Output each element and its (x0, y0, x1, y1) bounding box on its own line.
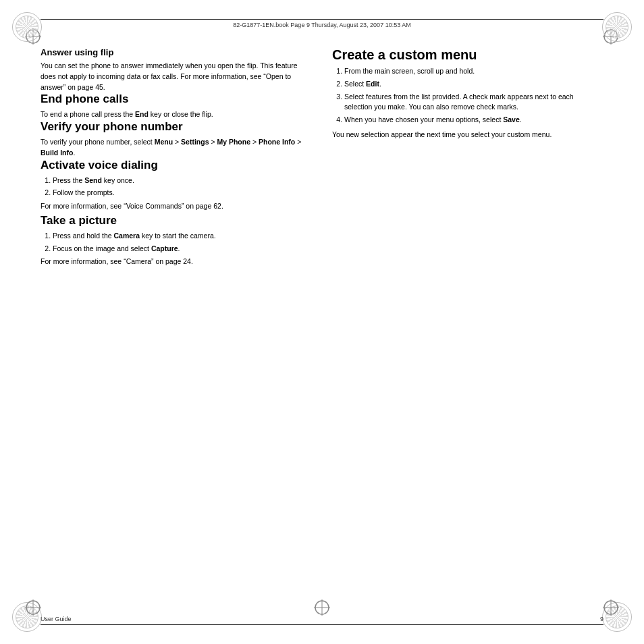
list-item: When you have chosen your menu options, … (344, 115, 603, 126)
footnote-take-picture: For more information, see “Camera” on pa… (41, 257, 312, 267)
footnote-custom-menu: You new selection appear the next time y… (332, 130, 603, 140)
heading-take-a-picture: Take a picture (41, 214, 312, 227)
deco-circle-top-right (602, 12, 632, 42)
section-take-a-picture: Take a picture Press and hold the Camera… (41, 214, 312, 267)
list-item: Follow the prompts. (53, 188, 312, 198)
heading-answer-using-flip: Answer using flip (41, 47, 312, 57)
footnote-voice-dialing: For more information, see “Voice Command… (41, 201, 312, 212)
list-item: Select Edit. (344, 79, 603, 90)
page: 82-G1877-1EN.book Page 9 Thursday, Augus… (0, 0, 644, 644)
list-item: Select features from the list provided. … (344, 92, 603, 113)
section-create-custom-menu: Create a custom menu From the main scree… (332, 47, 603, 140)
list-item: From the main screen, scroll up and hold… (344, 66, 603, 77)
section-verify-phone-number: Verify your phone number To verify your … (41, 120, 312, 159)
heading-verify-phone-number: Verify your phone number (41, 120, 312, 134)
section-activate-voice-dialing: Activate voice dialing Press the Send ke… (41, 159, 312, 212)
section-end-phone-calls: End phone calls To end a phone call pres… (41, 92, 312, 120)
reg-mark-bottom-left (24, 598, 43, 617)
footer-right: 9 (600, 616, 603, 622)
heading-create-custom-menu: Create a custom menu (332, 47, 603, 63)
deco-circle-top-left (12, 12, 42, 42)
heading-end-phone-calls: End phone calls (41, 92, 312, 106)
header-bar: 82-G1877-1EN.book Page 9 Thursday, Augus… (41, 19, 603, 28)
heading-activate-voice-dialing: Activate voice dialing (41, 159, 312, 172)
right-column: Create a custom menu From the main scree… (332, 47, 603, 603)
header-text: 82-G1877-1EN.book Page 9 Thursday, Augus… (233, 22, 410, 28)
body-answer-using-flip: You can set the phone to answer immediat… (41, 61, 312, 92)
list-item: Press the Send key once. (53, 176, 312, 186)
footer-left: User Guide (41, 616, 72, 622)
body-end-phone-calls: To end a phone call press the End key or… (41, 109, 312, 120)
footer-bar: User Guide 9 (41, 616, 603, 625)
body-verify-phone-number: To verify your phone number, select Menu… (41, 137, 312, 159)
list-item: Focus on the image and select Capture. (53, 244, 312, 254)
reg-mark-bottom-right (601, 598, 620, 617)
list-item: Press and hold the Camera key to start t… (53, 231, 312, 242)
content-area: Answer using flip You can set the phone … (41, 47, 603, 603)
left-column: Answer using flip You can set the phone … (41, 47, 312, 603)
body-take-a-picture: Press and hold the Camera key to start t… (41, 231, 312, 267)
section-answer-using-flip: Answer using flip You can set the phone … (41, 47, 312, 92)
body-create-custom-menu: From the main screen, scroll up and hold… (332, 66, 603, 140)
body-activate-voice-dialing: Press the Send key once. Follow the prom… (41, 176, 312, 212)
